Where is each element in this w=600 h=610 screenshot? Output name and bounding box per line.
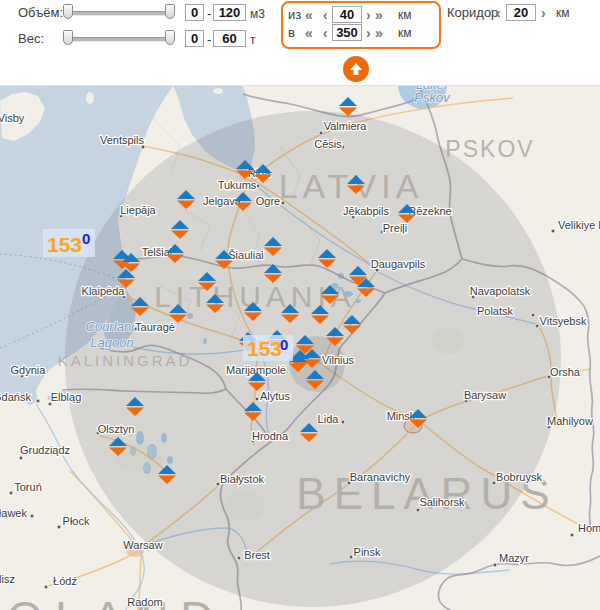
radius-to-input[interactable]: [332, 24, 362, 41]
radius-to-increase-button[interactable]: ›: [366, 26, 371, 40]
small-island: [213, 88, 223, 94]
radius-from-decrease-button[interactable]: ‹: [323, 8, 328, 22]
city-label: Ogre: [256, 195, 280, 207]
city-dot: [256, 184, 260, 188]
city-dot: [30, 514, 34, 518]
up-arrow-icon: [349, 62, 363, 76]
cluster-badge[interactable]: 1530: [243, 335, 293, 361]
volume-slider-handle-min[interactable]: [63, 4, 73, 19]
corridor-increase-button[interactable]: ›: [541, 6, 546, 20]
city-label: Visby: [0, 112, 25, 124]
city-label: Białystok: [220, 473, 265, 485]
city-dot: [44, 585, 48, 589]
city-label: Toruń: [14, 481, 42, 493]
corridor-unit: км: [556, 6, 570, 20]
radius-to-label: в: [288, 25, 295, 40]
region-label: PSKOV: [445, 136, 534, 162]
city-label: Mahilyow: [547, 415, 593, 427]
corridor-input[interactable]: [506, 4, 536, 21]
city-label: Bobruysk: [496, 471, 542, 483]
city-label: Gdynia: [11, 364, 47, 376]
city-dot: [416, 508, 420, 512]
weight-max-input[interactable]: [213, 30, 246, 47]
city-dot: [9, 491, 13, 495]
city-label: Vilnius: [322, 354, 355, 366]
radius-from-input[interactable]: [332, 6, 362, 23]
city-dot: [319, 131, 323, 135]
weight-slider-track[interactable]: [66, 37, 172, 42]
city-label: Mazyr: [499, 552, 529, 564]
city-label: Łódź: [53, 575, 77, 587]
city-label: Alytus: [260, 390, 290, 402]
radius-from-increase-large-button[interactable]: »: [375, 8, 383, 22]
city-dot: [255, 397, 259, 401]
radius-to-unit: км: [398, 26, 412, 40]
badge-sup-count: 0: [280, 336, 288, 353]
city-label: Grudziądz: [20, 444, 70, 456]
city-label: Preiļi: [383, 222, 407, 234]
city-label: Pinsk: [354, 546, 381, 558]
volume-slider-handle-max[interactable]: [165, 4, 175, 19]
apply-filters-button[interactable]: [343, 56, 369, 82]
volume-slider-track[interactable]: [66, 11, 172, 16]
radius-from-increase-button[interactable]: ›: [366, 8, 371, 22]
radius-to-decrease-button[interactable]: ‹: [323, 26, 328, 40]
badge-sup-count: 0: [82, 230, 90, 247]
weight-slider-handle-max[interactable]: [165, 30, 175, 45]
radius-to-increase-large-button[interactable]: »: [375, 26, 383, 40]
city-dot: [570, 533, 574, 537]
weight-min-input[interactable]: [185, 30, 204, 47]
city-dot: [531, 313, 535, 317]
city-label: Polatsk: [477, 305, 514, 317]
corridor-decrease-button[interactable]: ‹: [496, 6, 501, 20]
city-label: Liepāja: [120, 204, 156, 216]
corridor-label: Коридор: [447, 5, 498, 20]
city-label: Radom: [127, 596, 162, 608]
filter-toolbar: Объём: - м3 Вес: - т из « ‹ › » км в « ‹…: [0, 0, 600, 85]
city-dot: [57, 525, 61, 529]
city-dot: [19, 456, 23, 460]
city-label: Płock: [63, 515, 90, 527]
cluster-badge[interactable]: 1530: [43, 229, 95, 257]
volume-slider[interactable]: [63, 4, 175, 22]
city-label: Daugavpils: [371, 258, 426, 270]
city-dot: [349, 555, 353, 559]
city-label: Salihorsk: [419, 496, 465, 508]
city-label: Włocławek: [0, 507, 27, 519]
volume-min-input[interactable]: [185, 4, 204, 21]
water-label: Lagoon: [90, 335, 133, 350]
city-label: Navapolatsk: [470, 285, 531, 297]
city-label: Baranavichy: [350, 471, 411, 483]
city-label: Orsha: [550, 366, 581, 378]
city-dot: [341, 420, 345, 424]
weight-label: Вес:: [18, 31, 44, 46]
city-label: Lida: [318, 413, 340, 425]
radius-from-decrease-large-button[interactable]: «: [305, 8, 313, 22]
badge-count: 153: [247, 337, 282, 360]
radius-to-decrease-large-button[interactable]: «: [305, 26, 313, 40]
region-label: KALININGRAD: [58, 352, 193, 369]
weight-slider[interactable]: [63, 30, 175, 48]
water-label: Courland: [86, 319, 140, 334]
city-label: Homyel: [578, 522, 600, 534]
city-dot: [493, 563, 497, 567]
city-dot: [535, 324, 539, 328]
volume-label: Объём:: [18, 5, 63, 20]
city-label: Vitsyebsk: [540, 315, 587, 327]
city-dot: [237, 556, 241, 560]
city-dot: [551, 229, 555, 233]
city-label: Jēkabpils: [343, 205, 389, 217]
city-label: Kalisz: [0, 573, 15, 585]
map-canvas[interactable]: LATVIALITHUANIABELARUSPSKOVKALININGRADPO…: [0, 85, 600, 610]
city-label: Warsaw: [123, 539, 162, 551]
volume-max-input[interactable]: [213, 4, 246, 21]
weight-range-dash: -: [207, 32, 211, 47]
city-label: Tukums: [218, 179, 257, 191]
city-label: Valmiera: [324, 120, 367, 132]
city-label: Hrodna: [252, 430, 289, 442]
small-island: [86, 92, 94, 104]
city-dot: [281, 201, 285, 205]
weight-slider-handle-min[interactable]: [63, 30, 73, 45]
radius-from-label: из: [288, 7, 301, 22]
city-label: Olsztyn: [98, 423, 135, 435]
